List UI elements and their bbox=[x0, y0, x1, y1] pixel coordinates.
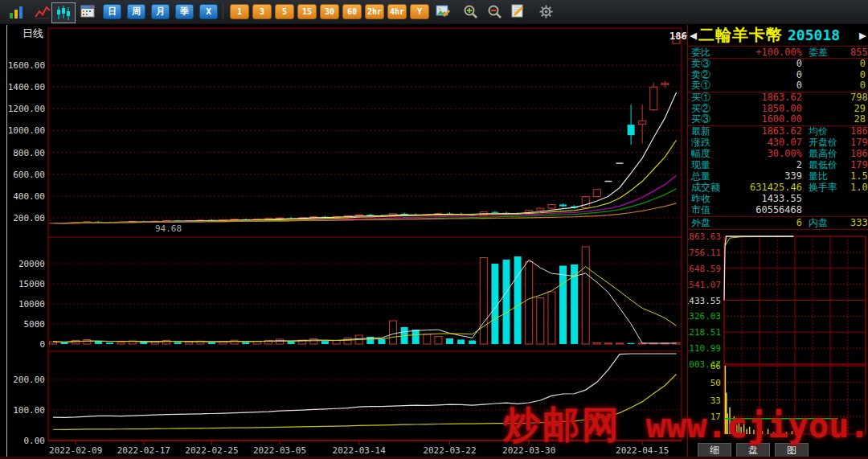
svg-text:0.00: 0.00 bbox=[24, 436, 46, 446]
weicha-label: 委差 bbox=[802, 47, 850, 58]
svg-text:15000: 15000 bbox=[18, 279, 45, 289]
stat-value: 30.00% bbox=[728, 149, 802, 159]
stat-value: 430.07 bbox=[728, 137, 802, 148]
weicha-value: 855 bbox=[850, 47, 868, 58]
zoom-out-icon[interactable] bbox=[487, 4, 503, 19]
candlestick-view-icon[interactable] bbox=[51, 2, 76, 23]
bid-row: 买②1850.0029 bbox=[688, 103, 868, 114]
stat-label2: 最高价 bbox=[802, 149, 850, 159]
svg-text:1600.00: 1600.00 bbox=[8, 60, 45, 71]
volume-bars-layer bbox=[50, 247, 681, 344]
stat-label2: 量比 bbox=[802, 171, 850, 182]
svg-text:2022-03-14: 2022-03-14 bbox=[333, 445, 387, 456]
period-button-30[interactable]: 30 bbox=[320, 4, 339, 19]
stat-row: 幅度30.00%最高价1863.62 bbox=[688, 149, 868, 160]
svg-text:400.00: 400.00 bbox=[13, 191, 45, 202]
period-button-15[interactable]: 15 bbox=[297, 4, 317, 19]
ask-amount: 0 bbox=[850, 80, 868, 91]
svg-text:1541.07: 1541.07 bbox=[688, 280, 721, 290]
svg-text:100.00: 100.00 bbox=[13, 405, 45, 416]
bid-label: 买② bbox=[688, 104, 728, 114]
stat-row: 涨跌430.07开盘价1798.00 bbox=[688, 137, 868, 149]
svg-text:1326.03: 1326.03 bbox=[688, 311, 721, 322]
bid-row: 买①1863.62798 bbox=[688, 92, 868, 104]
stat-label2: 开盘价 bbox=[802, 137, 850, 148]
notes-icon[interactable] bbox=[511, 4, 525, 18]
ask-amount: 0 bbox=[850, 59, 868, 69]
svg-text:66: 66 bbox=[710, 361, 721, 371]
svg-text:1400.00: 1400.00 bbox=[8, 82, 45, 92]
calendar-view-icon[interactable] bbox=[80, 4, 95, 18]
svg-text:1863.63: 1863.63 bbox=[688, 232, 721, 242]
stat-row: 最新1863.62均价1862.61 bbox=[688, 126, 868, 137]
svg-text:50: 50 bbox=[710, 378, 721, 388]
bid-label: 买① bbox=[688, 92, 728, 103]
period-button-60[interactable]: 60 bbox=[342, 4, 362, 19]
stat-value: 60556468 bbox=[728, 205, 802, 215]
ask-amount: 0 bbox=[850, 70, 868, 80]
bid-amount: 798 bbox=[850, 92, 868, 103]
stat-value2: 1.59 bbox=[850, 171, 868, 182]
period-button-5[interactable]: 5 bbox=[275, 4, 294, 19]
period-button-4hr[interactable]: 4hr bbox=[387, 4, 407, 19]
stock-header: ◀ 二輪羊卡幣 205018 ▶ bbox=[688, 24, 868, 47]
stock-name: 二輪羊卡幣 bbox=[698, 24, 783, 46]
stat-label: 市值 bbox=[688, 205, 728, 215]
trading-app-window: { "toolbar": { "view_icons": [ {"name": … bbox=[0, 0, 868, 459]
window-border-line bbox=[6, 24, 7, 459]
svg-text:20000: 20000 bbox=[18, 259, 45, 269]
period-button-X[interactable]: X bbox=[199, 4, 218, 19]
weibi-value: +100.00% bbox=[728, 47, 802, 58]
low-annotation: 94.68 bbox=[155, 223, 182, 234]
svg-text:2022-02-17: 2022-02-17 bbox=[117, 445, 170, 456]
next-stock-arrow-icon[interactable]: ▶ bbox=[858, 28, 868, 43]
grid-layer: 1600.001400.001200.001000.00800.00600.00… bbox=[8, 28, 682, 446]
bar-chart-view-icon[interactable] bbox=[8, 4, 24, 20]
stock-code: 205018 bbox=[788, 27, 840, 43]
quote-panel: ◀ 二輪羊卡幣 205018 ▶ 委比 +100.00% 委差 855 卖③00… bbox=[687, 24, 868, 459]
svg-text:1000.00: 1000.00 bbox=[8, 125, 45, 136]
line-chart-view-icon[interactable] bbox=[34, 4, 51, 20]
period-button-3[interactable]: 3 bbox=[252, 4, 272, 19]
stat-value: 339 bbox=[728, 171, 802, 182]
stat-label2: 最低价 bbox=[802, 160, 850, 170]
period-button-季[interactable]: 季 bbox=[175, 4, 194, 19]
svg-text:1648.59: 1648.59 bbox=[688, 264, 721, 274]
stat-value: 631425.46 bbox=[728, 182, 802, 193]
stats-block: 最新1863.62均价1862.61涨跌430.07开盘价1798.00幅度30… bbox=[688, 126, 868, 217]
settings-icon[interactable] bbox=[538, 4, 554, 19]
bid-amount: 28 bbox=[850, 114, 868, 125]
svg-text:200.00: 200.00 bbox=[13, 375, 45, 385]
bid-price: 1850.00 bbox=[728, 104, 802, 114]
stat-value2: 1862.61 bbox=[850, 126, 868, 137]
stat-label: 现量 bbox=[688, 160, 728, 170]
prev-stock-arrow-icon[interactable]: ◀ bbox=[688, 28, 698, 43]
intraday-mini-chart[interactable]: 1863.631756.111648.591541.071433.551326.… bbox=[688, 227, 868, 442]
ask-label: 卖③ bbox=[688, 59, 728, 69]
period-button-2hr[interactable]: 2hr bbox=[365, 4, 384, 19]
svg-text:2022-03-22: 2022-03-22 bbox=[423, 445, 476, 456]
bid-price: 1600.00 bbox=[728, 114, 802, 125]
screenshot-icon[interactable] bbox=[436, 4, 451, 18]
svg-text:10000: 10000 bbox=[18, 299, 45, 309]
toolbar-divider bbox=[223, 4, 223, 19]
period-button-月[interactable]: 月 bbox=[151, 4, 170, 19]
weibi-row: 委比 +100.00% 委差 855 bbox=[688, 47, 868, 59]
ask-price: 0 bbox=[728, 80, 802, 91]
intraday-mini-charts: 1863.631756.111648.591541.071433.551326.… bbox=[688, 227, 868, 442]
period-button-1[interactable]: 1 bbox=[230, 4, 249, 19]
svg-text:2022-04-15: 2022-04-15 bbox=[616, 445, 669, 456]
stat-row: 成交额631425.46换手率1.04% bbox=[688, 182, 868, 194]
daily-kline-chart[interactable]: 1600.001400.001200.001000.00800.00600.00… bbox=[0, 24, 687, 459]
stat-value2: 1.04% bbox=[850, 182, 868, 193]
svg-text:33: 33 bbox=[710, 395, 721, 406]
period-button-日[interactable]: 日 bbox=[103, 4, 121, 19]
stat-label: 涨跌 bbox=[688, 137, 728, 148]
period-button-Y[interactable]: Y bbox=[410, 4, 429, 19]
zoom-in-icon[interactable] bbox=[463, 4, 479, 19]
indicator-layer bbox=[53, 354, 677, 429]
ask-price: 0 bbox=[728, 59, 802, 69]
period-button-周[interactable]: 周 bbox=[127, 4, 145, 19]
ask-row: 卖①00 bbox=[688, 80, 868, 92]
bid-queue: 买①1863.62798买②1850.0029买③1600.0028 bbox=[688, 92, 868, 126]
